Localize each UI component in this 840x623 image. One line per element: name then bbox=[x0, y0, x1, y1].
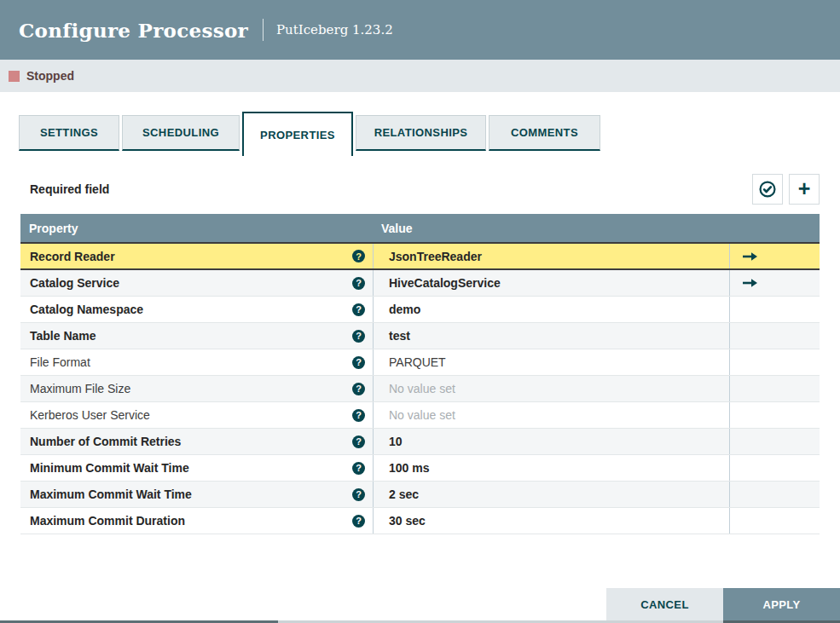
toolbar-icons: + bbox=[746, 174, 820, 205]
go-to-service-arrow-icon[interactable] bbox=[742, 278, 759, 288]
tab-properties[interactable]: PROPERTIES bbox=[242, 112, 353, 156]
property-name: Minimum Commit Wait Time bbox=[30, 461, 189, 475]
tab-scheduling-label: SCHEDULING bbox=[142, 126, 219, 139]
property-value: No value set bbox=[389, 382, 455, 395]
table-row[interactable]: Maximum Commit Duration? 30 sec bbox=[20, 508, 820, 534]
property-value: No value set bbox=[389, 408, 455, 422]
property-name: Maximum Commit Duration bbox=[30, 514, 185, 528]
table-row[interactable]: Minimum Commit Wait Time? 100 ms bbox=[20, 455, 820, 482]
column-header-value: Value bbox=[373, 222, 729, 235]
help-icon[interactable]: ? bbox=[352, 436, 365, 448]
table-row[interactable]: Kerberos User Service? No value set bbox=[20, 402, 820, 429]
property-name: Catalog Namespace bbox=[30, 303, 143, 316]
property-value-cell[interactable]: test bbox=[373, 323, 729, 349]
help-icon[interactable]: ? bbox=[352, 277, 365, 290]
tab-settings[interactable]: SETTINGS bbox=[19, 115, 119, 151]
required-field-label: Required field bbox=[20, 182, 109, 196]
properties-table: Property Value Record Reader? JsonTreeRe… bbox=[20, 214, 820, 534]
dialog-footer: CANCEL APPLY bbox=[606, 588, 840, 620]
go-to-service-arrow-icon[interactable] bbox=[742, 251, 759, 262]
property-value-cell[interactable]: JsonTreeReader bbox=[373, 244, 729, 268]
property-name: Catalog Service bbox=[30, 276, 119, 290]
property-name: Number of Commit Retries bbox=[30, 435, 181, 448]
property-name: Record Reader bbox=[30, 250, 115, 263]
help-icon[interactable]: ? bbox=[352, 356, 365, 369]
property-name: Kerberos User Service bbox=[30, 408, 150, 422]
property-name: File Format bbox=[30, 355, 90, 369]
apply-button[interactable]: APPLY bbox=[723, 588, 840, 620]
property-value: 100 ms bbox=[389, 461, 429, 475]
dialog-title: Configure Processor bbox=[19, 19, 248, 42]
dialog-header: Configure Processor PutIceberg 1.23.2 bbox=[0, 0, 840, 60]
property-value-cell[interactable]: 100 ms bbox=[373, 455, 729, 481]
property-value-cell[interactable]: 30 sec bbox=[373, 508, 729, 534]
verify-properties-button[interactable] bbox=[752, 174, 783, 205]
column-header-property: Property bbox=[20, 222, 373, 235]
help-icon[interactable]: ? bbox=[352, 462, 365, 475]
tab-scheduling[interactable]: SCHEDULING bbox=[122, 115, 240, 151]
property-value-cell[interactable]: 2 sec bbox=[373, 482, 729, 507]
help-icon[interactable]: ? bbox=[352, 250, 365, 262]
property-value-cell[interactable]: PARQUET bbox=[373, 349, 729, 375]
table-row[interactable]: Table Name? test bbox=[20, 323, 820, 349]
table-row[interactable]: Catalog Namespace? demo bbox=[20, 297, 820, 323]
tab-relationships[interactable]: RELATIONSHIPS bbox=[356, 115, 486, 151]
status-bar: Stopped bbox=[0, 60, 840, 92]
property-value-cell[interactable]: HiveCatalogService bbox=[373, 270, 729, 296]
property-value: HiveCatalogService bbox=[389, 276, 501, 290]
tab-properties-label: PROPERTIES bbox=[260, 129, 335, 141]
property-value-cell[interactable]: 10 bbox=[373, 429, 729, 454]
tab-comments[interactable]: COMMENTS bbox=[489, 115, 600, 151]
property-value: PARQUET bbox=[389, 355, 446, 369]
help-icon[interactable]: ? bbox=[352, 330, 365, 343]
property-value: 2 sec bbox=[389, 487, 419, 501]
table-row[interactable]: File Format? PARQUET bbox=[20, 349, 820, 376]
property-value: test bbox=[389, 329, 410, 343]
property-value-cell[interactable]: No value set bbox=[373, 402, 729, 428]
tab-settings-label: SETTINGS bbox=[40, 126, 98, 139]
property-name: Table Name bbox=[30, 329, 96, 343]
table-row[interactable]: Record Reader? JsonTreeReader bbox=[20, 242, 820, 270]
check-circle-icon bbox=[758, 180, 777, 199]
help-icon[interactable]: ? bbox=[352, 488, 365, 501]
help-icon[interactable]: ? bbox=[352, 303, 365, 316]
property-name: Maximum File Size bbox=[30, 382, 130, 395]
table-header-row: Property Value bbox=[20, 214, 820, 242]
status-label: Stopped bbox=[26, 69, 74, 83]
tab-relationships-label: RELATIONSHIPS bbox=[374, 126, 468, 139]
properties-toolbar: Required field + bbox=[20, 173, 820, 205]
property-name: Maximum Commit Wait Time bbox=[30, 487, 192, 501]
cancel-button[interactable]: CANCEL bbox=[606, 588, 723, 620]
table-row[interactable]: Maximum File Size? No value set bbox=[20, 376, 820, 402]
property-value: JsonTreeReader bbox=[389, 250, 482, 263]
help-icon[interactable]: ? bbox=[352, 515, 365, 528]
property-value-cell[interactable]: No value set bbox=[373, 376, 729, 401]
table-row[interactable]: Catalog Service? HiveCatalogService bbox=[20, 270, 820, 297]
property-value: 10 bbox=[389, 435, 403, 448]
plus-icon: + bbox=[798, 178, 811, 199]
header-divider bbox=[263, 19, 264, 41]
table-row[interactable]: Number of Commit Retries? 10 bbox=[20, 429, 820, 455]
property-value-cell[interactable]: demo bbox=[373, 297, 729, 322]
tab-comments-label: COMMENTS bbox=[511, 126, 578, 139]
help-icon[interactable]: ? bbox=[352, 409, 365, 422]
help-icon[interactable]: ? bbox=[352, 383, 365, 395]
property-value: 30 sec bbox=[389, 514, 426, 528]
property-value: demo bbox=[389, 303, 420, 316]
processor-type-version: PutIceberg 1.23.2 bbox=[276, 22, 393, 37]
table-row[interactable]: Maximum Commit Wait Time? 2 sec bbox=[20, 482, 820, 508]
tab-bar: SETTINGS SCHEDULING PROPERTIES RELATIONS… bbox=[19, 113, 840, 163]
add-property-button[interactable]: + bbox=[789, 174, 820, 205]
stopped-status-icon bbox=[9, 71, 20, 82]
